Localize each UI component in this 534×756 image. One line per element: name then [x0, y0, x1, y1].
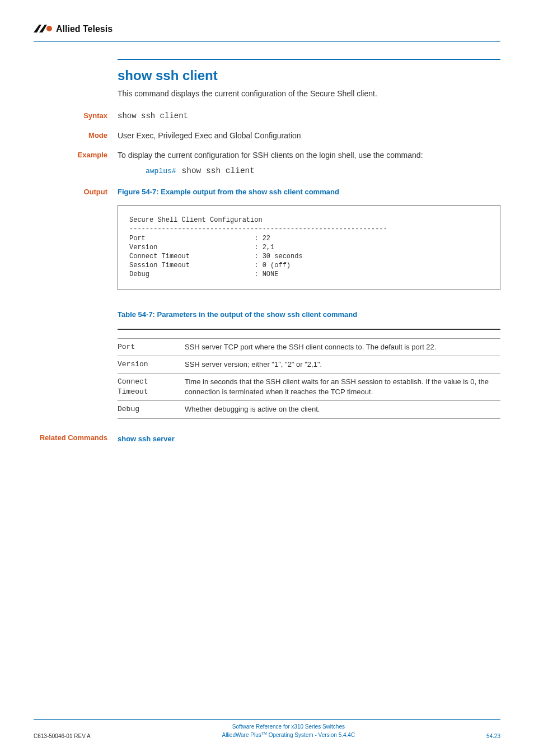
footer-left: C613-50046-01 REV A [34, 733, 91, 739]
mode-text: User Exec, Privileged Exec and Global Co… [118, 130, 500, 142]
footer-center-line2a: AlliedWare Plus [222, 732, 261, 738]
table-row: PortSSH server TCP port where the SSH cl… [118, 338, 500, 356]
syntax-text: show ssh client [118, 110, 500, 122]
example-text: To display the current configuration for… [118, 150, 500, 161]
example-prompt: awplus# [146, 167, 176, 175]
footer-center-line1: Software Reference for x310 Series Switc… [222, 723, 355, 731]
footer-center-line2b: Operating System - Version 5.4.4C [267, 732, 355, 738]
table-row: Connect TimeoutTime in seconds that the … [118, 373, 500, 400]
table-caption: Table 54-7: Parameters in the output of … [118, 309, 500, 320]
example-label: Example [34, 150, 118, 178]
header-divider [34, 41, 500, 42]
footer-right: 54.23 [486, 733, 500, 739]
related-label: Related Commands [34, 433, 118, 444]
param-name: Debug [118, 401, 185, 418]
brand-text: Allied Telesis [56, 24, 113, 34]
example-command: show ssh client [182, 166, 255, 175]
intro-text: This command displays the current config… [118, 89, 500, 98]
table-row: VersionSSH server version; either "1", "… [118, 356, 500, 373]
param-desc: Whether debugging is active on the clien… [185, 401, 500, 418]
parameters-table: PortSSH server TCP port where the SSH cl… [118, 329, 500, 418]
output-label: Output [34, 186, 118, 419]
footer-tm: TM [261, 731, 267, 735]
brand-logo: Allied Telesis [34, 22, 500, 37]
param-name: Port [118, 338, 185, 356]
syntax-label: Syntax [34, 110, 118, 122]
param-desc: SSH server version; either "1", "2" or "… [185, 356, 500, 373]
figure-caption: Figure 54-7: Example output from the sho… [118, 186, 500, 198]
svg-point-2 [46, 26, 52, 31]
section-divider [118, 59, 500, 60]
param-desc: Time in seconds that the SSH client wait… [185, 373, 500, 400]
param-name: Version [118, 356, 185, 373]
command-title: show ssh client [118, 68, 500, 83]
output-box: Secure Shell Client Configuration ------… [118, 205, 500, 290]
footer-divider [34, 719, 500, 720]
footer-center: Software Reference for x310 Series Switc… [222, 723, 355, 739]
param-desc: SSH server TCP port where the SSH client… [185, 338, 500, 356]
table-row: DebugWhether debugging is active on the … [118, 401, 500, 418]
param-name: Connect Timeout [118, 373, 185, 400]
mode-label: Mode [34, 130, 118, 142]
related-link[interactable]: show ssh server [118, 435, 175, 443]
